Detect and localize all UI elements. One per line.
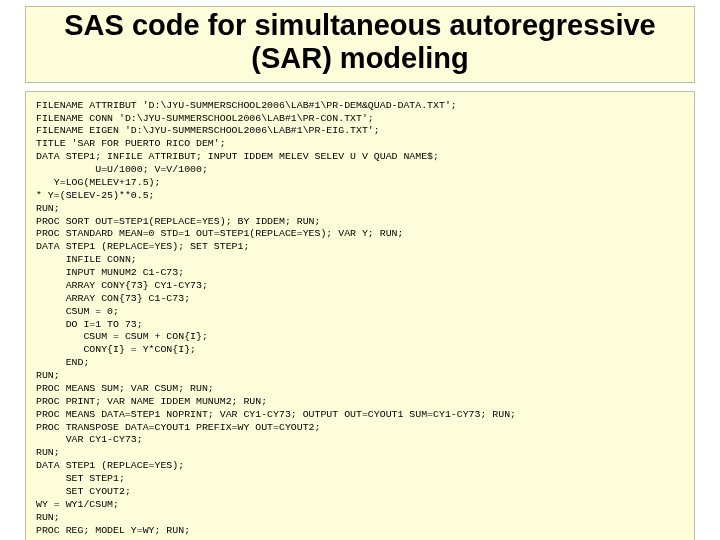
title-line-1: SAS code for simultaneous autoregressive — [64, 9, 655, 41]
title-line-2: (SAR) modeling — [251, 42, 469, 74]
code-box: FILENAME ATTRIBUT 'D:\JYU-SUMMERSCHOOL20… — [25, 91, 695, 540]
sas-code: FILENAME ATTRIBUT 'D:\JYU-SUMMERSCHOOL20… — [36, 100, 684, 538]
title-box: SAS code for simultaneous autoregressive… — [25, 6, 695, 83]
slide: SAS code for simultaneous autoregressive… — [0, 0, 720, 540]
slide-title: SAS code for simultaneous autoregressive… — [32, 9, 688, 76]
